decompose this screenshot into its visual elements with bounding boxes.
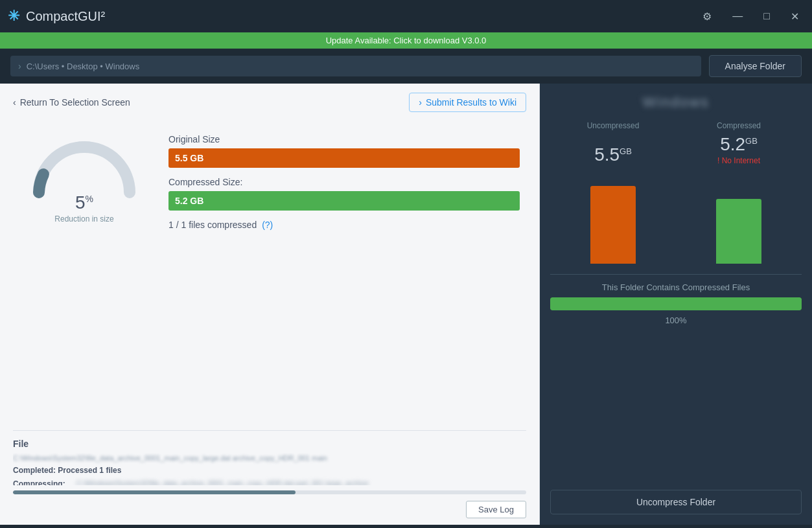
maximize-button[interactable]: □ bbox=[758, 8, 775, 25]
title-bar-controls: ⚙ — □ ✕ bbox=[697, 8, 804, 25]
compressed-number: 5.2GB bbox=[720, 134, 758, 154]
original-size-bar: 5.5 GB bbox=[168, 148, 520, 168]
compressing-value: C:\Windows\System32\file_data_archive_00… bbox=[76, 478, 369, 485]
file-status-completed: Completed: Processed 1 files bbox=[13, 465, 526, 477]
compressed-header: Compressed bbox=[676, 121, 802, 130]
path-bar: › C:\Users • Desktop • Windows Analyse F… bbox=[0, 49, 812, 84]
path-text: C:\Users • Desktop • Windows bbox=[27, 62, 140, 71]
compressed-size-bar: 5.2 GB bbox=[168, 191, 520, 211]
left-panel: ‹ Return To Selection Screen › Submit Re… bbox=[0, 84, 540, 525]
comparison-header: Uncompressed Compressed bbox=[550, 121, 802, 130]
file-section: File C:\Windows\System32\file_data_archi… bbox=[0, 436, 539, 485]
help-icon[interactable]: (?) bbox=[262, 220, 273, 230]
completed-label: Completed: Processed 1 files bbox=[13, 465, 121, 477]
title-bar-left: ✳ CompactGUI² bbox=[8, 8, 105, 25]
bottom-progress-area: Save Log bbox=[0, 485, 539, 525]
file-status-compressing: Compressing: C:\Windows\System32\file_da… bbox=[13, 478, 526, 485]
gauge-center: 5% Reduction in size bbox=[54, 192, 113, 224]
folder-info-label: This Folder Contains Compressed Files bbox=[550, 282, 802, 292]
compressing-label: Compressing: bbox=[13, 478, 71, 485]
bar-orange bbox=[590, 186, 636, 264]
compressed-value: 5.2GB ! No Internet bbox=[676, 134, 802, 165]
comparison-values: 5.5GB 5.2GB ! No Internet bbox=[550, 134, 802, 165]
bar-compressed bbox=[713, 199, 765, 264]
bottom-progress-fill bbox=[13, 490, 296, 494]
submit-chevron-icon: › bbox=[419, 97, 422, 108]
bar-chart bbox=[550, 173, 802, 264]
app-title: CompactGUI² bbox=[26, 9, 105, 24]
bar-green bbox=[716, 199, 761, 264]
files-compressed-text: 1 / 1 files compressed bbox=[168, 220, 257, 230]
file-label: File bbox=[13, 439, 526, 449]
right-panel: Windows Uncompressed Compressed 5.5GB 5.… bbox=[540, 84, 812, 525]
back-button[interactable]: ‹ Return To Selection Screen bbox=[13, 97, 130, 108]
submit-wiki-label: Submit Results to Wiki bbox=[426, 97, 516, 108]
compressed-size-container: Compressed Size: 5.2 GB bbox=[168, 177, 520, 211]
right-divider bbox=[550, 274, 802, 275]
folder-name: Windows bbox=[550, 94, 802, 111]
path-chevron-icon: › bbox=[18, 61, 21, 71]
bottom-progress-bar bbox=[13, 490, 526, 494]
original-size-label: Original Size bbox=[168, 134, 520, 144]
save-log-row: Save Log bbox=[13, 501, 526, 518]
no-internet-label: ! No Internet bbox=[676, 156, 802, 165]
close-button[interactable]: ✕ bbox=[785, 8, 804, 25]
minimize-button[interactable]: — bbox=[727, 8, 748, 25]
gauge-container: 5% Reduction in size bbox=[19, 134, 149, 224]
compression-bar-fill bbox=[550, 297, 802, 310]
submit-wiki-button[interactable]: › Submit Results to Wiki bbox=[409, 93, 526, 112]
settings-button[interactable]: ⚙ bbox=[697, 8, 717, 25]
main-content: ‹ Return To Selection Screen › Submit Re… bbox=[0, 84, 812, 525]
uncompressed-number: 5.5GB bbox=[594, 144, 632, 165]
path-input[interactable]: › C:\Users • Desktop • Windows bbox=[10, 56, 701, 76]
size-info: Original Size 5.5 GB Compressed Size: 5.… bbox=[168, 128, 520, 230]
app-logo-icon: ✳ bbox=[8, 8, 19, 25]
back-chevron-icon: ‹ bbox=[13, 97, 16, 108]
nav-bar: ‹ Return To Selection Screen › Submit Re… bbox=[0, 84, 539, 121]
compressed-size-label: Compressed Size: bbox=[168, 177, 520, 187]
progress-section: 5% Reduction in size Original Size 5.5 G… bbox=[0, 121, 539, 425]
uncompress-folder-button[interactable]: Uncompress Folder bbox=[550, 490, 802, 514]
uncompressed-header: Uncompressed bbox=[550, 121, 676, 130]
analyse-folder-button[interactable]: Analyse Folder bbox=[709, 55, 802, 77]
divider-1 bbox=[13, 430, 526, 431]
compression-percent: 100% bbox=[550, 316, 802, 325]
save-log-button[interactable]: Save Log bbox=[466, 501, 526, 518]
compression-bar-container bbox=[550, 297, 802, 313]
gauge-label: Reduction in size bbox=[54, 214, 113, 224]
back-label: Return To Selection Screen bbox=[20, 97, 130, 108]
title-bar: ✳ CompactGUI² ⚙ — □ ✕ bbox=[0, 0, 812, 32]
bar-uncompressed bbox=[587, 186, 639, 264]
original-size-container: Original Size 5.5 GB bbox=[168, 134, 520, 168]
compression-bar-bg bbox=[550, 297, 802, 310]
update-banner[interactable]: Update Available: Click to download V3.0… bbox=[0, 32, 812, 49]
files-compressed: 1 / 1 files compressed (?) bbox=[168, 220, 520, 230]
file-log: C:\Windows\System32\file_data_archive_00… bbox=[13, 453, 526, 485]
gauge-percent: 5% bbox=[75, 192, 93, 212]
gauge-svg bbox=[26, 134, 143, 199]
uncompressed-value: 5.5GB bbox=[550, 144, 676, 165]
